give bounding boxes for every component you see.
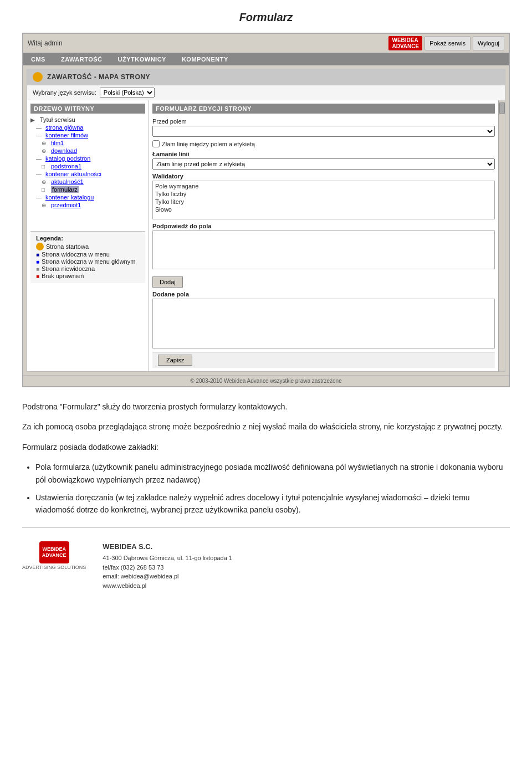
no-perm-icon: ■ (36, 273, 39, 279)
tree-item: □ formularz (30, 186, 145, 193)
form-row-break-line: Złam linię między polem a etykietą (152, 140, 495, 147)
break-line-checkbox[interactable] (152, 140, 160, 147)
break-before-field-select[interactable]: Złam linię przed polem z etykietą (152, 158, 495, 170)
nav-item-cms[interactable]: CMS (23, 53, 53, 65)
breadcrumb-bar: ZAWARTOŚĆ - MAPA STRONY (27, 69, 505, 85)
tree-item: □ podstrona1 (30, 162, 145, 170)
legenda-title: Legenda: (36, 235, 140, 242)
left-panel-title: DRZEWO WITRYNY (30, 104, 145, 114)
footer-logo-box: WEBIDEA ADVANCE ADVERTISING SOLUTIONS (22, 541, 86, 570)
validators-list[interactable]: Pole wymagane Tylko liczby Tylko litery … (152, 181, 495, 219)
app-topbar: Witaj admin WEBIDEAADVANCE Pokaż serwis … (23, 34, 509, 53)
main-menu-visible-icon: ■ (36, 259, 39, 265)
form-row-validators: Walidatory Pole wymagane Tylko liczby Ty… (152, 173, 495, 219)
zapisz-row: Zapisz (152, 352, 495, 368)
tree-link[interactable]: aktualność1 (51, 178, 84, 185)
tree-link[interactable]: podstrona1 (51, 163, 81, 170)
left-panel: DRZEWO WITRYNY ▶ Tytuł serwisu — strona … (27, 100, 149, 371)
tree-link[interactable]: katalog podstron (45, 155, 90, 162)
footer-logo: WEBIDEA ADVANCE (39, 541, 69, 563)
validator-item[interactable]: Tylko liczby (154, 190, 493, 198)
article-list-header: Formularz posiada dodatkowe zakładki: (22, 441, 510, 453)
before-field-select[interactable] (152, 126, 495, 137)
app-footer: © 2003-2010 Webidea Advance wszystkie pr… (23, 375, 509, 386)
tree-dash-icon: — (36, 156, 44, 162)
tree-link[interactable]: kontener katalogu (45, 194, 94, 201)
legenda-item-label: Strona niewidoczna (42, 265, 95, 272)
company-address: 41-300 Dąbrowa Górnicza, ul. 11-go listo… (103, 553, 232, 563)
breadcrumb-icon (33, 72, 43, 82)
tree-item: — kontener aktualności (30, 170, 145, 178)
tree-dash-icon: — (36, 194, 44, 201)
tree-link[interactable]: przedmiot1 (51, 202, 81, 208)
page-footer: WEBIDEA ADVANCE ADVERTISING SOLUTIONS WE… (22, 536, 510, 591)
save-button[interactable]: Zapisz (158, 355, 192, 366)
home-icon (36, 243, 44, 250)
tree-plus-icon: ⊕ (42, 202, 49, 208)
right-panel-title: FORMULARZ EDYCJI STRONY (152, 104, 495, 114)
article-para1: Za ich pomocą osoba przeglądająca stronę… (22, 421, 510, 433)
tree-item: — katalog podstron (30, 155, 145, 162)
tree-item: — kontener filmów (30, 131, 145, 139)
right-panel-wrapper: FORMULARZ EDYCJI STRONY Przed polem (149, 100, 505, 371)
tree-dash-icon: — (36, 125, 44, 131)
main-panels: DRZEWO WITRYNY ▶ Tytuł serwisu — strona … (27, 100, 505, 371)
webidea-logo: WEBIDEAADVANCE (388, 36, 422, 50)
article-intro: Podstrona "Formularz" służy do tworzenia… (22, 401, 510, 413)
tree-link[interactable]: kontener filmów (45, 132, 88, 139)
validator-item[interactable]: Pole wymagane (154, 182, 493, 190)
company-tel: tel/fax (032) 268 53 73 (103, 563, 232, 572)
scrollbar-thumb (499, 102, 505, 114)
page-wrapper: Formularz Witaj admin WEBIDEAADVANCE Pok… (0, 0, 532, 607)
legenda-item-label: Strona startowa (46, 243, 89, 250)
scrollbar[interactable] (498, 100, 505, 371)
tree-link[interactable]: film1 (51, 140, 64, 146)
nav-item-zawartosc[interactable]: ZAWARTOŚĆ (53, 53, 110, 65)
add-button[interactable]: Dodaj (152, 276, 183, 288)
validator-item[interactable]: Tylko litery (154, 198, 493, 206)
page-title: Formularz (22, 11, 510, 24)
hint-textarea[interactable] (152, 230, 495, 269)
nav-item-uzytkownicy[interactable]: UŻYTKOWNICY (110, 53, 174, 65)
validators-label: Walidatory (152, 173, 495, 180)
tree-arrow-icon: ▶ (30, 117, 38, 123)
nav-item-komponenty[interactable]: KOMPONENTY (174, 53, 236, 65)
legenda-item: ■ Brak uprawnień (36, 273, 140, 279)
tree-item: — strona główna (30, 124, 145, 131)
invisible-icon: ■ (36, 266, 39, 272)
footer-logo-sub: ADVERTISING SOLUTIONS (22, 565, 86, 570)
tree-item: ⊕ download (30, 147, 145, 155)
lang-selector: Wybrany język serwisu: Polski (Polska) (27, 85, 505, 100)
company-email: email: webidea@webidea.pl (103, 572, 232, 581)
form-row-line-break-section: Łamanie linii Złam linię przed polem z e… (152, 151, 495, 170)
app-nav: CMS ZAWARTOŚĆ UŻYTKOWNICY KOMPONENTY (23, 53, 509, 65)
tree-link[interactable]: kontener aktualności (45, 171, 101, 177)
lang-label: Wybrany język serwisu: (33, 89, 96, 96)
tree-box-icon: □ (42, 163, 49, 170)
tree-dash-icon: — (36, 171, 44, 177)
validator-item[interactable]: Słowo (154, 206, 493, 213)
tree-link[interactable]: strona główna (45, 124, 84, 131)
lang-select[interactable]: Polski (Polska) (100, 88, 155, 98)
legenda-item-label: Brak uprawnień (42, 273, 84, 279)
tree-box-icon: □ (42, 187, 49, 193)
tree-link[interactable]: download (51, 147, 77, 154)
company-website: www.webidea.pl (103, 581, 232, 591)
tree-plus-icon: ⊕ (42, 179, 49, 185)
footer-logo-icon: WEBIDEA ADVANCE (39, 541, 69, 563)
tree-item: — kontener katalogu (30, 193, 145, 201)
before-field-label: Przed polem (152, 118, 495, 125)
break-line-label: Złam linię między polem a etykietą (152, 140, 495, 147)
legenda-item-label: Strona widoczna w menu (42, 251, 110, 258)
app-content: ZAWARTOŚĆ - MAPA STRONY Wybrany język se… (27, 69, 505, 372)
tree-plus-icon: ⊕ (42, 140, 49, 146)
tree-link-active[interactable]: formularz (51, 186, 79, 193)
logout-button[interactable]: Wyloguj (473, 36, 504, 50)
legenda-item: ■ Strona widoczna w menu (36, 251, 140, 258)
form-row-add: Dodaj (152, 274, 495, 288)
tree-dash-icon: — (36, 132, 44, 139)
show-site-button[interactable]: Pokaż serwis (424, 36, 470, 50)
legenda-item-label: Strona widoczna w menu głównym (42, 258, 135, 265)
dodane-label: Dodane pola (152, 291, 495, 298)
topbar-greeting: Witaj admin (28, 39, 63, 47)
